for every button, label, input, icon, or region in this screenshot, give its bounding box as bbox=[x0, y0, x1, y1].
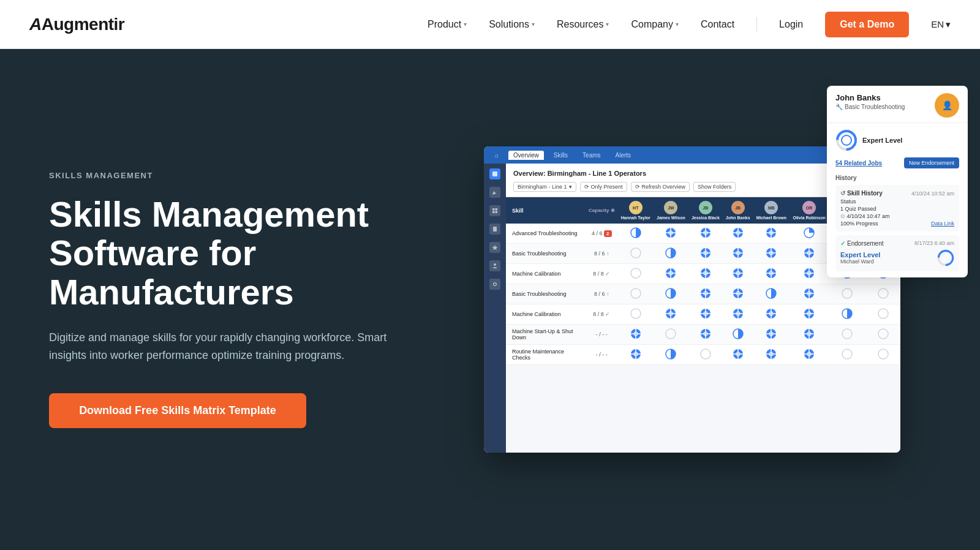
related-jobs-link[interactable]: 54 Related Jobs bbox=[835, 160, 882, 167]
skill-name-cell: Basic Troubleshooting bbox=[506, 244, 586, 264]
skill-level-cell[interactable] bbox=[654, 325, 688, 345]
skill-level-cell[interactable] bbox=[654, 224, 688, 244]
nav-product[interactable]: Product ▾ bbox=[428, 19, 467, 30]
skill-level-cell[interactable] bbox=[618, 264, 654, 284]
svg-point-117 bbox=[666, 329, 676, 339]
chevron-down-icon: ▾ bbox=[676, 21, 679, 28]
skill-level-cell[interactable] bbox=[654, 284, 688, 304]
skill-level-cell[interactable] bbox=[618, 224, 654, 244]
skill-level-cell[interactable] bbox=[866, 325, 900, 345]
sidebar-star-icon[interactable] bbox=[489, 242, 500, 253]
skill-level-cell[interactable] bbox=[866, 304, 900, 325]
skill-level-cell[interactable] bbox=[790, 264, 829, 284]
skill-level-cell[interactable] bbox=[618, 304, 654, 325]
skill-level-cell[interactable] bbox=[618, 345, 654, 365]
hero-right-visual: ⌂ Overview Skills Teams Alerts bbox=[417, 49, 980, 550]
worker-avatar-2: JW bbox=[664, 201, 677, 214]
brand-name: AAugmentir bbox=[29, 15, 124, 34]
skill-level-cell[interactable] bbox=[723, 304, 753, 325]
skill-level-cell[interactable] bbox=[618, 325, 654, 345]
sidebar-grid-icon[interactable] bbox=[489, 205, 500, 216]
only-present-btn[interactable]: ⟳ Only Present bbox=[580, 182, 627, 192]
table-row: Machine Start-Up & Shut Down- / - - bbox=[506, 325, 900, 345]
history-progress: 100% Progress bbox=[840, 220, 878, 227]
sidebar-settings-icon[interactable] bbox=[489, 279, 500, 290]
sidebar-home-icon[interactable] bbox=[489, 168, 500, 179]
svg-point-132 bbox=[878, 329, 888, 339]
skill-level-cell[interactable] bbox=[753, 224, 790, 244]
app-tab-teams[interactable]: Teams bbox=[578, 151, 605, 160]
skill-level-cell[interactable] bbox=[723, 244, 753, 264]
skill-level-cell[interactable] bbox=[688, 304, 723, 325]
skill-level-cell[interactable] bbox=[753, 304, 790, 325]
skill-level-cell[interactable] bbox=[688, 325, 723, 345]
skill-level-cell[interactable] bbox=[790, 244, 829, 264]
skill-level-cell[interactable] bbox=[790, 224, 829, 244]
nav-company[interactable]: Company ▾ bbox=[631, 19, 678, 30]
skill-level-cell[interactable] bbox=[829, 325, 866, 345]
login-link[interactable]: Login bbox=[779, 19, 803, 30]
svg-rect-4 bbox=[496, 211, 498, 214]
skill-level-cell[interactable] bbox=[790, 284, 829, 304]
new-endorsement-button[interactable]: New Endorsement bbox=[904, 157, 959, 168]
show-folders-btn[interactable]: Show Folders bbox=[693, 182, 736, 192]
skill-level-cell[interactable] bbox=[790, 325, 829, 345]
skill-level-cell[interactable] bbox=[753, 244, 790, 264]
skill-level-cell[interactable] bbox=[688, 224, 723, 244]
skill-level-cell[interactable] bbox=[723, 284, 753, 304]
endorsement-level-row: Expert Level Michael Ward bbox=[840, 249, 954, 266]
endorsement-level: Expert Level bbox=[840, 251, 880, 258]
skill-level-cell[interactable] bbox=[753, 284, 790, 304]
language-selector[interactable]: EN ▾ bbox=[931, 19, 951, 30]
svg-point-9 bbox=[494, 284, 496, 285]
skill-level-cell[interactable] bbox=[866, 284, 900, 304]
location-select[interactable]: Birmingham - Line 1 ▾ bbox=[513, 182, 576, 192]
skill-level-cell[interactable] bbox=[688, 284, 723, 304]
skill-level-cell[interactable] bbox=[618, 284, 654, 304]
skill-level-cell[interactable] bbox=[618, 244, 654, 264]
nav-solutions[interactable]: Solutions ▾ bbox=[489, 19, 535, 30]
nav-resources[interactable]: Resources ▾ bbox=[557, 19, 609, 30]
data-link[interactable]: Data Link bbox=[931, 220, 954, 227]
capacity-cell: 8 / 8 ✓ bbox=[586, 264, 618, 284]
svg-point-152 bbox=[878, 349, 888, 359]
sidebar-edit-icon[interactable] bbox=[489, 187, 500, 198]
skill-level-cell[interactable] bbox=[829, 304, 866, 325]
skill-level-cell[interactable] bbox=[688, 244, 723, 264]
skill-level-cell[interactable] bbox=[654, 304, 688, 325]
skill-level-cell[interactable] bbox=[790, 304, 829, 325]
skill-level-cell[interactable] bbox=[654, 264, 688, 284]
skill-level-cell[interactable] bbox=[654, 345, 688, 365]
skill-level-cell[interactable] bbox=[723, 264, 753, 284]
skill-level-cell[interactable] bbox=[723, 224, 753, 244]
svg-marker-6 bbox=[492, 245, 498, 251]
nav-contact[interactable]: Contact bbox=[701, 19, 734, 30]
skill-level-cell[interactable] bbox=[723, 345, 753, 365]
skill-level-cell[interactable] bbox=[829, 284, 866, 304]
app-tab-alerts[interactable]: Alerts bbox=[611, 151, 636, 160]
skill-level-cell[interactable] bbox=[866, 345, 900, 365]
svg-point-112 bbox=[878, 309, 888, 318]
app-tab-skills[interactable]: Skills bbox=[549, 151, 573, 160]
skill-level-cell[interactable] bbox=[654, 244, 688, 264]
skill-level-cell[interactable] bbox=[753, 325, 790, 345]
demo-button[interactable]: Get a Demo bbox=[825, 12, 909, 37]
skill-level-cell[interactable] bbox=[829, 345, 866, 365]
skill-level-cell[interactable] bbox=[790, 345, 829, 365]
history-row: ↺ Skill History 4/10/24 10:52 am bbox=[840, 190, 954, 197]
app-sidebar bbox=[484, 164, 506, 453]
app-tab-overview[interactable]: Overview bbox=[508, 151, 544, 160]
table-row: Machine Calibration8 / 8 ✓ bbox=[506, 304, 900, 325]
sidebar-doc-icon[interactable] bbox=[489, 224, 500, 235]
refresh-overview-btn[interactable]: ⟳ Refresh Overview bbox=[631, 182, 690, 192]
logo[interactable]: AAugmentir bbox=[29, 15, 124, 34]
skill-level-cell[interactable] bbox=[753, 264, 790, 284]
sidebar-people-icon[interactable] bbox=[489, 260, 500, 271]
skill-level-cell[interactable] bbox=[688, 345, 723, 365]
download-cta-button[interactable]: Download Free Skills Matrix Template bbox=[49, 393, 306, 428]
skill-level-cell[interactable] bbox=[753, 345, 790, 365]
skill-level-cell[interactable] bbox=[688, 264, 723, 284]
skill-level-cell[interactable] bbox=[723, 325, 753, 345]
skill-name-cell: Machine Start-Up & Shut Down bbox=[506, 325, 586, 345]
clock-icon: ↺ bbox=[840, 190, 845, 197]
